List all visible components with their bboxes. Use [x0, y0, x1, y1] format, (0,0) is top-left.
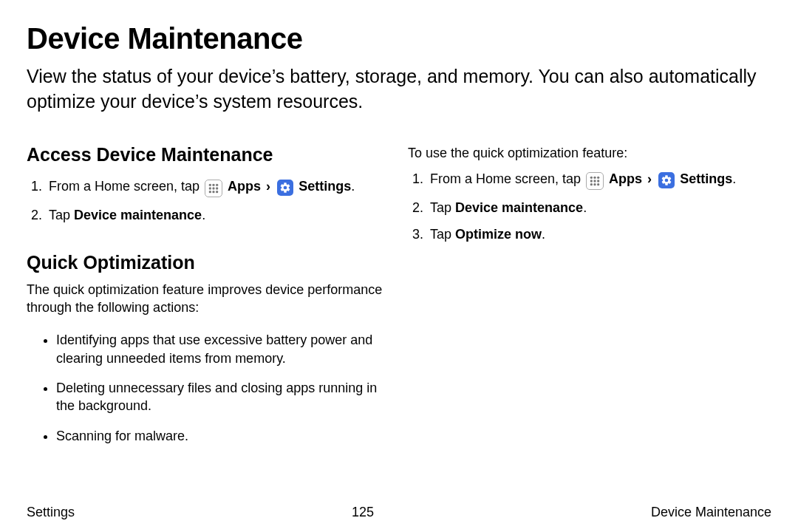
step-bold: Device maintenance: [455, 200, 583, 215]
access-step-1: From a Home screen, tap Apps › Settings.: [46, 173, 390, 202]
apps-icon: [205, 180, 222, 197]
use-steps: From a Home screen, tap Apps › Settings.: [408, 166, 771, 248]
left-column: Access Device Maintenance From a Home sc…: [27, 144, 390, 451]
svg-point-5: [216, 187, 218, 189]
access-step-2: Tap Device maintenance.: [46, 202, 390, 228]
footer-left: Settings: [27, 505, 75, 520]
chevron-right-icon: ›: [646, 170, 653, 188]
quick-lead: The quick optimization feature improves …: [27, 281, 390, 317]
footer-page-number: 125: [352, 505, 374, 520]
step-text: Tap: [430, 227, 455, 242]
svg-point-13: [593, 180, 596, 182]
svg-point-14: [597, 180, 599, 182]
access-heading: Access Device Maintenance: [27, 144, 390, 166]
apps-label: Apps: [609, 171, 642, 186]
footer-right: Device Maintenance: [651, 505, 771, 520]
svg-point-2: [216, 183, 218, 185]
chevron-right-icon: ›: [265, 177, 272, 195]
svg-point-9: [590, 176, 593, 178]
svg-point-6: [209, 191, 211, 193]
quick-bullets: Identifying apps that use excessive batt…: [27, 325, 390, 450]
step-text: Tap: [430, 200, 455, 215]
use-step-3: Tap Optimize now.: [427, 221, 771, 248]
period: .: [202, 208, 205, 222]
svg-point-10: [593, 176, 596, 178]
use-lead: To use the quick optimization feature:: [408, 146, 771, 161]
step-text: From a Home screen, tap: [49, 179, 203, 194]
use-step-2: Tap Device maintenance.: [427, 194, 771, 221]
period: .: [351, 179, 355, 194]
svg-point-3: [209, 187, 211, 189]
settings-label: Settings: [299, 179, 351, 194]
step-text: Tap: [49, 208, 74, 222]
apps-icon: [586, 172, 604, 190]
settings-icon: [277, 180, 293, 196]
svg-point-15: [590, 183, 593, 185]
use-step-1: From a Home screen, tap Apps › Settings.: [427, 166, 771, 194]
page-title: Device Maintenance: [27, 22, 771, 55]
manual-page: Device Maintenance View the status of yo…: [0, 0, 798, 532]
intro-text: View the status of your device’s battery…: [27, 64, 771, 115]
two-column-layout: Access Device Maintenance From a Home sc…: [27, 144, 771, 451]
svg-point-12: [590, 180, 593, 182]
list-item: Scanning for malware.: [56, 421, 390, 451]
period: .: [542, 227, 545, 242]
svg-point-16: [593, 183, 596, 185]
svg-point-0: [209, 183, 211, 185]
svg-point-7: [212, 191, 214, 193]
right-column: To use the quick optimization feature: F…: [408, 144, 771, 451]
svg-point-4: [212, 187, 214, 189]
list-item: Deleting unnecessary files and closing a…: [56, 373, 390, 421]
list-item: Identifying apps that use excessive batt…: [56, 325, 390, 373]
svg-point-8: [216, 191, 218, 193]
quick-heading: Quick Optimization: [27, 252, 390, 273]
access-steps: From a Home screen, tap Apps › Settings.: [27, 173, 390, 228]
svg-point-1: [212, 183, 214, 185]
svg-point-11: [597, 176, 599, 178]
apps-label: Apps: [228, 179, 261, 194]
period: .: [732, 171, 736, 186]
period: .: [583, 200, 587, 215]
svg-point-17: [597, 183, 599, 185]
step-bold: Optimize now: [455, 227, 542, 242]
step-bold: Device maintenance: [74, 208, 202, 222]
settings-icon: [658, 172, 675, 188]
settings-label: Settings: [680, 171, 732, 186]
step-text: From a Home screen, tap: [430, 171, 584, 186]
page-footer: Settings 125 Device Maintenance: [27, 505, 771, 520]
